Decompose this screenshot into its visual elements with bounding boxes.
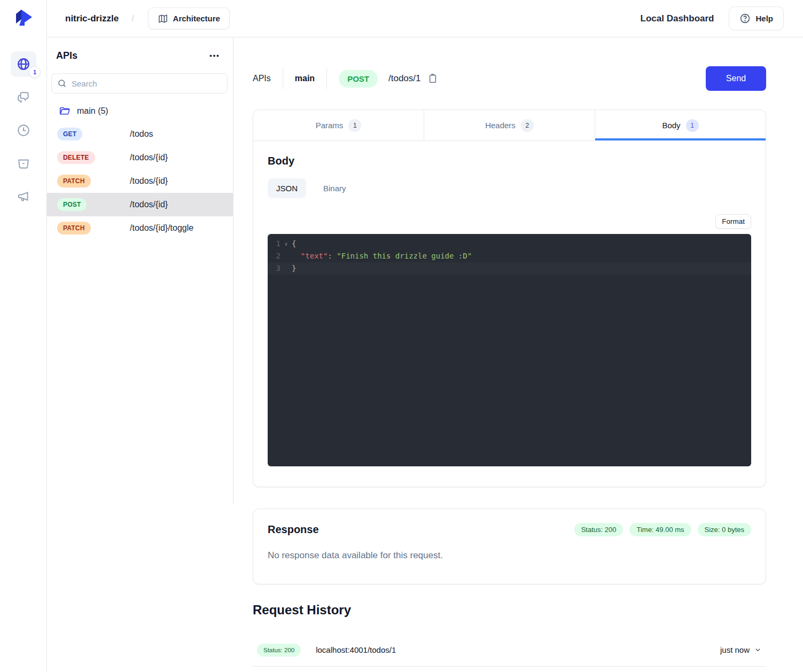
method-badge-column: DELETE	[57, 151, 130, 164]
endpoint-path: /todos/{id}	[130, 153, 168, 162]
format-button[interactable]: Format	[715, 214, 751, 229]
nitric-logo[interactable]	[12, 5, 36, 30]
history-item[interactable]: Status: 200localhost:4001/todos/1just no…	[253, 634, 766, 667]
method-badge: DELETE	[57, 151, 95, 164]
history-heading: Request History	[253, 603, 766, 618]
code-text: {	[292, 238, 296, 250]
architecture-label: Architecture	[173, 14, 220, 23]
mode-json-button[interactable]: JSON	[268, 178, 306, 198]
tab-bar: Params1Headers2Body1	[253, 110, 766, 141]
method-badge: PATCH	[57, 222, 91, 235]
rail-item-events[interactable]	[11, 184, 36, 209]
globe-icon	[17, 57, 30, 71]
response-card: Response Status: 200Time: 49.00 msSize: …	[253, 509, 766, 584]
method-badge: GET	[57, 128, 82, 140]
code-token: :	[328, 252, 337, 260]
body-heading: Body	[268, 155, 751, 167]
chat-icon	[17, 90, 30, 104]
rail-item-chat[interactable]	[11, 84, 36, 110]
apis-count-badge: 1	[29, 66, 41, 78]
topbar-right: Local Dashboard Help	[641, 6, 784, 30]
code-text: "text": "Finish this drizzle guide :D"	[292, 250, 472, 262]
search-icon	[57, 79, 67, 88]
crumb-group: main	[295, 74, 315, 83]
code-token: "text"	[301, 252, 328, 260]
history-time-toggle[interactable]: just now	[720, 645, 762, 654]
send-button[interactable]: Send	[706, 66, 766, 91]
search-input[interactable]	[72, 79, 222, 88]
response-empty-message: No response data available for this requ…	[268, 550, 751, 561]
history-list: Status: 200localhost:4001/todos/1just no…	[253, 634, 766, 667]
panel-title: APIs	[56, 50, 77, 61]
endpoint-row[interactable]: DELETE/todos/{id}	[47, 146, 233, 169]
response-stat-badge: Size: 0 bytes	[698, 523, 751, 536]
endpoint-row[interactable]: PATCH/todos/{id}	[47, 169, 233, 193]
tab-label: Headers	[485, 121, 516, 130]
rail-item-apis[interactable]: 1	[11, 51, 36, 77]
endpoint-row[interactable]: POST/todos/{id}	[47, 193, 233, 216]
endpoint-path: /todos/{id}	[130, 200, 168, 209]
code-line: 1∨{	[268, 238, 751, 250]
rail-nav: 1	[0, 51, 47, 209]
tab-count-badge: 1	[686, 119, 699, 132]
fold-arrow-icon: ∨	[280, 238, 292, 250]
divider	[326, 68, 327, 89]
help-button[interactable]: Help	[729, 6, 784, 30]
dashboard-title: Local Dashboard	[641, 13, 714, 24]
response-stat-badge: Status: 200	[574, 523, 623, 536]
copy-icon	[428, 73, 438, 84]
method-badge-column: PATCH	[57, 175, 130, 187]
tab-headers[interactable]: Headers2	[424, 110, 595, 141]
code-line: 2 "text": "Finish this drizzle guide :D"	[268, 250, 751, 262]
response-badges: Status: 200Time: 49.00 msSize: 0 bytes	[574, 523, 751, 536]
main-area: APIs main POST /todos/1 Send Params1Head…	[233, 37, 803, 667]
megaphone-icon	[17, 190, 30, 204]
code-token	[292, 252, 301, 260]
endpoint-row[interactable]: PATCH/todos/{id}/toggle	[47, 216, 233, 240]
endpoint-path: /todos/{id}	[130, 176, 168, 186]
code-line: 3}	[268, 262, 751, 275]
endpoint-path: /todos	[130, 129, 153, 139]
chevron-down-icon	[754, 646, 762, 654]
code-text: }	[292, 262, 296, 275]
code-token: {	[292, 239, 296, 248]
api-group-row[interactable]: main (5)	[47, 103, 233, 119]
folder-open-icon	[59, 105, 71, 117]
request-method-badge: POST	[339, 70, 378, 88]
panel-menu-button[interactable]	[207, 52, 221, 59]
history-status-badge: Status: 200	[257, 644, 301, 657]
tab-label: Body	[662, 121, 680, 130]
tab-count-badge: 2	[521, 119, 534, 132]
project-name: nitric-drizzle	[65, 13, 119, 24]
tab-body[interactable]: Body1	[595, 110, 766, 141]
mode-binary-button[interactable]: Binary	[315, 178, 355, 198]
request-path: /todos/1	[388, 73, 421, 84]
json-body-editor[interactable]: 1∨{2 "text": "Finish this drizzle guide …	[268, 234, 751, 466]
api-group-label: main (5)	[77, 106, 108, 116]
response-heading: Response	[268, 523, 319, 536]
tab-params[interactable]: Params1	[253, 110, 424, 141]
tab-label: Params	[316, 121, 344, 130]
method-badge: PATCH	[57, 175, 91, 187]
method-badge-column: GET	[57, 128, 130, 140]
request-bar: APIs main POST /todos/1 Send	[253, 66, 766, 91]
copy-path-button[interactable]	[427, 72, 439, 85]
storage-icon	[17, 157, 30, 170]
rail-item-storage[interactable]	[11, 151, 36, 176]
endpoint-row[interactable]: GET/todos	[47, 122, 233, 146]
architecture-button[interactable]: Architecture	[148, 7, 230, 29]
ellipsis-icon	[209, 54, 219, 57]
fold-gutter	[280, 262, 292, 275]
icon-rail: 1	[0, 0, 47, 672]
rail-item-schedules[interactable]	[11, 118, 36, 143]
code-token: }	[292, 264, 296, 272]
search-box[interactable]	[51, 73, 228, 93]
endpoint-path: /todos/{id}/toggle	[130, 223, 193, 233]
response-stat-badge: Time: 49.00 ms	[629, 523, 691, 536]
line-number: 2	[268, 250, 280, 262]
fold-gutter	[280, 250, 292, 262]
history-url: localhost:4001/todos/1	[316, 645, 396, 654]
line-number: 1	[268, 238, 280, 250]
crumb-apis: APIs	[253, 74, 271, 83]
code-token: "Finish this drizzle guide :D"	[337, 252, 472, 260]
